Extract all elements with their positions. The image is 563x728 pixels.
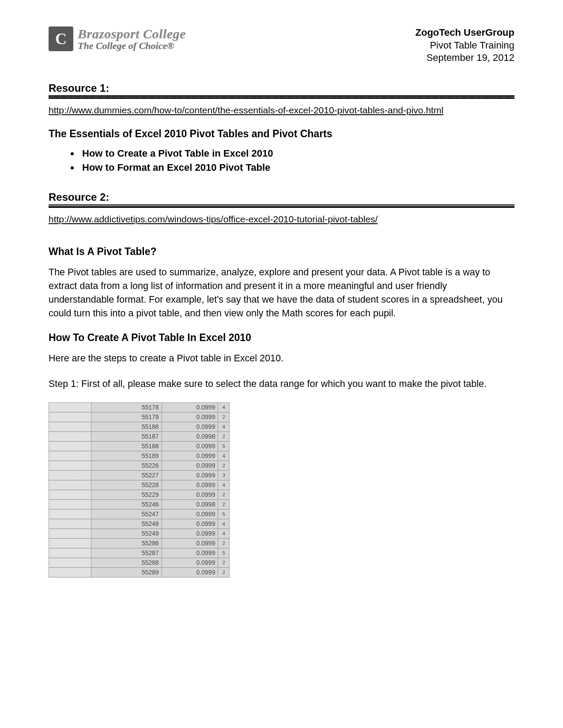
table-cell: 0.0999 xyxy=(162,451,218,461)
table-cell xyxy=(49,490,91,499)
table-row: 552860.09992 xyxy=(49,538,230,548)
table-row: 551860.09994 xyxy=(49,422,230,432)
resource1-link[interactable]: http://www.dummies.com/how-to/content/th… xyxy=(49,105,443,116)
table-row: 552870.09995 xyxy=(49,548,230,558)
table-cell: 3 xyxy=(218,470,230,480)
table-cell: 4 xyxy=(218,422,230,432)
table-cell: 0.0999 xyxy=(162,529,218,538)
table-cell: 0.0999 xyxy=(162,402,218,412)
header-title: ZogoTech UserGroup xyxy=(416,26,515,39)
table-row: 552270.09993 xyxy=(49,470,230,480)
resource2-link[interactable]: http://www.addictivetips.com/windows-tip… xyxy=(49,214,378,225)
table-cell xyxy=(49,422,91,432)
page-header: Brazosport College The College of Choice… xyxy=(49,26,514,64)
table-cell: 2 xyxy=(218,490,230,499)
table-cell: 0.0999 xyxy=(162,480,218,490)
table-cell: 0.0999 xyxy=(162,422,218,432)
table-cell xyxy=(49,548,91,558)
logo-text-line1: Brazosport College xyxy=(78,27,186,41)
table-cell: 0.0999 xyxy=(162,441,218,451)
table-cell xyxy=(49,558,91,567)
excel-screenshot: 551780.09994551790.09992551860.099945518… xyxy=(49,402,230,578)
table-row: 552470.09995 xyxy=(49,509,230,519)
bullet-item: How to Create a Pivot Table in Excel 201… xyxy=(79,148,514,159)
how-to-intro: Here are the steps to create a Pivot tab… xyxy=(49,352,514,365)
table-cell: 55288 xyxy=(91,558,162,567)
table-cell xyxy=(49,567,91,577)
table-row: 551890.09994 xyxy=(49,451,230,461)
table-cell: 2 xyxy=(218,567,230,577)
header-right: ZogoTech UserGroup Pivot Table Training … xyxy=(416,26,515,64)
table-row: 552460.09982 xyxy=(49,499,230,509)
table-cell: 2 xyxy=(218,412,230,422)
table-cell xyxy=(49,519,91,529)
table-cell: 55228 xyxy=(91,480,162,490)
table-cell: 55188 xyxy=(91,441,162,451)
table-row: 551790.09992 xyxy=(49,412,230,422)
table-row: 551880.09995 xyxy=(49,441,230,451)
table-cell: 5 xyxy=(218,509,230,519)
college-logo: Brazosport College The College of Choice… xyxy=(49,26,186,51)
table-cell xyxy=(49,529,91,538)
table-cell: 55179 xyxy=(91,412,162,422)
table-row: 552260.09992 xyxy=(49,461,230,470)
resource1-label: Resource 1: xyxy=(49,82,514,94)
resource1-heading: The Essentials of Excel 2010 Pivot Table… xyxy=(49,128,514,140)
table-cell: 4 xyxy=(218,480,230,490)
table-cell: 55189 xyxy=(91,451,162,461)
table-cell: 0.0999 xyxy=(162,412,218,422)
table-cell: 55187 xyxy=(91,432,162,441)
table-cell: 55289 xyxy=(91,567,162,577)
table-cell: 55246 xyxy=(91,499,162,509)
table-cell xyxy=(49,412,91,422)
table-cell: 4 xyxy=(218,519,230,529)
table-cell: 55186 xyxy=(91,422,162,432)
table-cell xyxy=(49,451,91,461)
table-cell xyxy=(49,432,91,441)
table-row: 552490.09994 xyxy=(49,529,230,538)
header-subtitle: Pivot Table Training xyxy=(416,39,515,52)
table-cell: 0.0998 xyxy=(162,499,218,509)
table-cell: 0.0998 xyxy=(162,432,218,441)
table-cell: 55178 xyxy=(91,402,162,412)
table-cell: 0.0999 xyxy=(162,548,218,558)
table-cell: 5 xyxy=(218,548,230,558)
table-cell xyxy=(49,480,91,490)
table-cell: 0.0999 xyxy=(162,558,218,567)
table-cell: 4 xyxy=(218,451,230,461)
resource2-label: Resource 2: xyxy=(49,191,514,203)
what-is-paragraph: The Pivot tables are used to summarize, … xyxy=(49,266,514,321)
how-to-heading: How To Create A Pivot Table In Excel 201… xyxy=(49,332,514,344)
table-cell: 2 xyxy=(218,499,230,509)
table-cell: 0.0999 xyxy=(162,470,218,480)
header-date: September 19, 2012 xyxy=(416,52,515,64)
table-cell xyxy=(49,402,91,412)
table-cell xyxy=(49,509,91,519)
resource1-bullets: How to Create a Pivot Table in Excel 201… xyxy=(79,148,514,173)
table-row: 552480.09994 xyxy=(49,519,230,529)
table-cell: 0.0999 xyxy=(162,509,218,519)
table-cell xyxy=(49,499,91,509)
table-cell: 0.0999 xyxy=(162,519,218,529)
table-cell: 2 xyxy=(218,558,230,567)
table-row: 552280.09994 xyxy=(49,480,230,490)
table-cell: 0.0999 xyxy=(162,490,218,499)
table-cell: 55248 xyxy=(91,519,162,529)
step1-text: Step 1: First of all, please make sure t… xyxy=(49,377,514,391)
table-cell: 4 xyxy=(218,529,230,538)
divider-2 xyxy=(49,204,514,208)
table-cell: 5 xyxy=(218,441,230,451)
table-cell: 2 xyxy=(218,538,230,548)
table-cell xyxy=(49,538,91,548)
table-cell: 55249 xyxy=(91,529,162,538)
table-row: 552880.09992 xyxy=(49,558,230,567)
table-cell: 2 xyxy=(218,461,230,470)
table-cell xyxy=(49,461,91,470)
table-row: 552890.09992 xyxy=(49,567,230,577)
table-cell xyxy=(49,470,91,480)
table-cell: 4 xyxy=(218,402,230,412)
table-cell: 0.0999 xyxy=(162,538,218,548)
table-cell: 0.0999 xyxy=(162,567,218,577)
logo-icon xyxy=(49,26,73,51)
table-row: 551870.09982 xyxy=(49,432,230,441)
